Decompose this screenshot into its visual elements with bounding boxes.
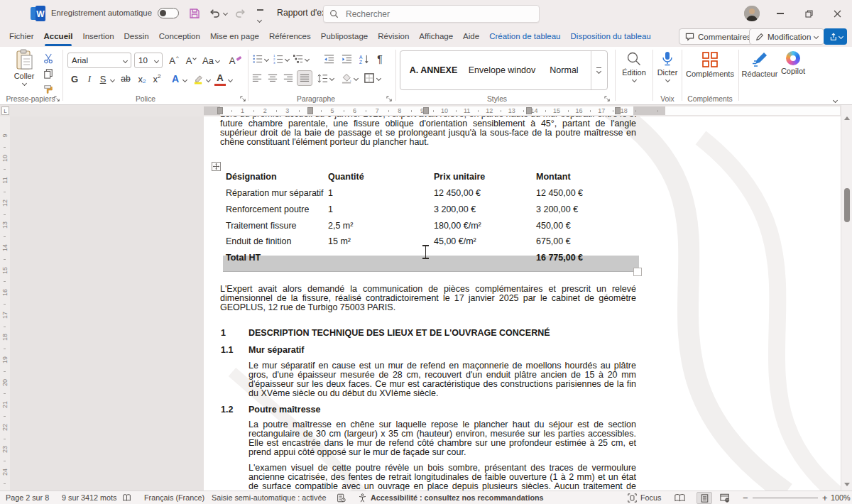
addins-button[interactable]: Compléments: [684, 51, 736, 78]
text-effects-chevron-icon[interactable]: [182, 77, 187, 82]
accessibility-status[interactable]: Accessibilité : consultez nos recommanda…: [371, 491, 544, 504]
scroll-down-arrow[interactable]: [844, 483, 850, 486]
borders-chevron-icon[interactable]: [376, 76, 381, 81]
paste-button[interactable]: Coller: [9, 49, 40, 85]
tab-publipostage[interactable]: Publipostage: [316, 27, 373, 47]
cell-unit-price[interactable]: 12 450,00 €: [434, 188, 481, 198]
styles-dialog-launcher[interactable]: [604, 96, 611, 102]
tab-révision[interactable]: Révision: [373, 27, 414, 47]
decrease-indent-button[interactable]: [322, 52, 336, 66]
document-page[interactable]: Lors du premier accueil du 9 janvier 202…: [204, 116, 841, 491]
shading-button[interactable]: [339, 70, 354, 86]
underline-button[interactable]: S: [97, 71, 109, 87]
total-label[interactable]: Total HT: [226, 253, 261, 263]
table-column-marker[interactable]: [526, 107, 532, 114]
print-layout-button[interactable]: [697, 492, 712, 504]
tab-affichage[interactable]: Affichage: [414, 27, 458, 47]
tab-dessin[interactable]: Dessin: [119, 27, 154, 47]
multilevel-chevron-icon[interactable]: [305, 57, 310, 62]
paragraph-mur-separatif[interactable]: Le mur séparatif en cause est un mur de …: [248, 361, 636, 398]
web-layout-button[interactable]: [720, 491, 730, 504]
table-column-marker[interactable]: [217, 107, 223, 114]
paragraph-expert-request[interactable]: L'Expert avait alors demandé la communic…: [220, 285, 636, 312]
page-indicator[interactable]: Page 2 sur 8: [6, 491, 49, 504]
styles-gallery-expand-button[interactable]: [591, 51, 606, 89]
tab-références[interactable]: Références: [264, 27, 316, 47]
horizontal-ruler[interactable]: 123456789101112131415161718: [0, 105, 852, 116]
borders-button[interactable]: [362, 70, 376, 86]
paragraph-intro[interactable]: future chambre parentale, une fissure ob…: [220, 119, 636, 147]
word-count[interactable]: 9 sur 3412 mots: [62, 491, 116, 504]
account-avatar[interactable]: [744, 6, 760, 21]
title-bar[interactable]: W Enregistrement automatique Rapport d'e…: [0, 0, 852, 27]
font-color-chevron-icon[interactable]: [228, 77, 233, 82]
table-row[interactable]: Traitement fissure 2,5 m² 180,00 €/m² 45…: [220, 221, 639, 235]
tab-disposition-du-tableau[interactable]: Disposition du tableau: [566, 27, 656, 47]
cell-quantity[interactable]: 1: [328, 188, 333, 198]
italic-button[interactable]: I: [83, 71, 96, 87]
copy-button[interactable]: [41, 67, 55, 81]
cell-amount[interactable]: 12 450,00 €: [536, 188, 583, 198]
table-header-row[interactable]: Désignation Quantité Prix unitaire Monta…: [220, 172, 639, 186]
shrink-font-button[interactable]: A: [183, 53, 199, 68]
tab-insertion[interactable]: Insertion: [77, 27, 119, 47]
scrollbar-thumb[interactable]: [844, 188, 850, 222]
multilevel-list-button[interactable]: [292, 52, 305, 66]
total-value[interactable]: 16 775,00 €: [536, 253, 583, 263]
table-column-marker[interactable]: [615, 107, 621, 114]
estimate-table[interactable]: Désignation Quantité Prix unitaire Monta…: [220, 171, 639, 268]
table-row[interactable]: Réparation mur séparatif 1 12 450,00 € 1…: [220, 188, 639, 202]
cell-unit-price[interactable]: 180,00 €/m²: [434, 221, 481, 231]
shading-chevron-icon[interactable]: [354, 76, 359, 81]
col-header[interactable]: Désignation: [226, 172, 277, 182]
focus-mode-button[interactable]: Focus: [628, 491, 661, 504]
proofing-icon[interactable]: [122, 491, 131, 504]
zoom-in-button[interactable]: +: [822, 491, 828, 504]
style-normal[interactable]: Normal: [537, 65, 591, 75]
cell-quantity[interactable]: 1: [328, 204, 333, 214]
share-button[interactable]: [824, 28, 847, 45]
vertical-ruler[interactable]: 9101112131415161718192021222324: [0, 116, 10, 491]
table-resize-handle[interactable]: [633, 268, 642, 276]
highlight-button[interactable]: [190, 71, 206, 87]
increase-indent-button[interactable]: [339, 52, 354, 66]
quick-access-overflow-button[interactable]: [257, 9, 263, 25]
cut-button[interactable]: [41, 51, 55, 65]
align-center-button[interactable]: [266, 70, 280, 86]
col-header[interactable]: Quantité: [328, 172, 364, 182]
autocomplete-indicator[interactable]: Saisie semi-automatique : activée: [212, 491, 326, 504]
justify-button[interactable]: [297, 70, 312, 86]
editing-mode-button[interactable]: Modification: [749, 28, 824, 45]
redo-button[interactable]: [234, 7, 246, 19]
cell-designation[interactable]: Enduit de finition: [226, 236, 291, 246]
superscript-button[interactable]: x2: [150, 71, 164, 87]
comments-button[interactable]: Commentaires: [679, 28, 758, 45]
dictate-button[interactable]: Dicter: [655, 51, 680, 82]
table-column-marker[interactable]: [423, 107, 429, 114]
align-left-button[interactable]: [250, 70, 264, 86]
clear-formatting-button[interactable]: A: [227, 53, 244, 68]
line-spacing-chevron-icon[interactable]: [329, 76, 334, 81]
editing-menu-button[interactable]: Édition: [616, 51, 652, 82]
pilcrow-button[interactable]: ¶: [373, 51, 386, 67]
undo-button[interactable]: [209, 7, 227, 19]
scroll-up-arrow[interactable]: [844, 116, 850, 120]
table-row[interactable]: Enduit de finition 15 m² 45,00 €/m² 675,…: [220, 236, 639, 251]
sort-button[interactable]: AZ: [357, 52, 371, 66]
copilot-button[interactable]: Copilot: [777, 51, 809, 75]
cell-amount[interactable]: 675,00 €: [536, 236, 571, 246]
bold-button[interactable]: G: [67, 71, 82, 87]
tab-accueil[interactable]: Accueil: [39, 27, 78, 47]
table-move-handle-icon[interactable]: [212, 162, 221, 171]
tab-mise-en-page[interactable]: Mise en page: [205, 27, 264, 47]
font-color-button[interactable]: A: [213, 71, 227, 87]
col-header[interactable]: Prix unitaire: [434, 172, 485, 182]
paragraph-poutre-2[interactable]: L'examen visuel de cette poutre révèle u…: [248, 464, 636, 491]
tab-stop-selector[interactable]: L: [1, 106, 9, 115]
save-button[interactable]: [189, 8, 200, 19]
vertical-scrollbar[interactable]: [841, 105, 852, 491]
font-name-combo[interactable]: Arial: [67, 53, 131, 68]
strikethrough-button[interactable]: ab: [118, 71, 133, 87]
search-input[interactable]: [344, 9, 515, 20]
editor-button[interactable]: Rédacteur: [740, 51, 780, 78]
